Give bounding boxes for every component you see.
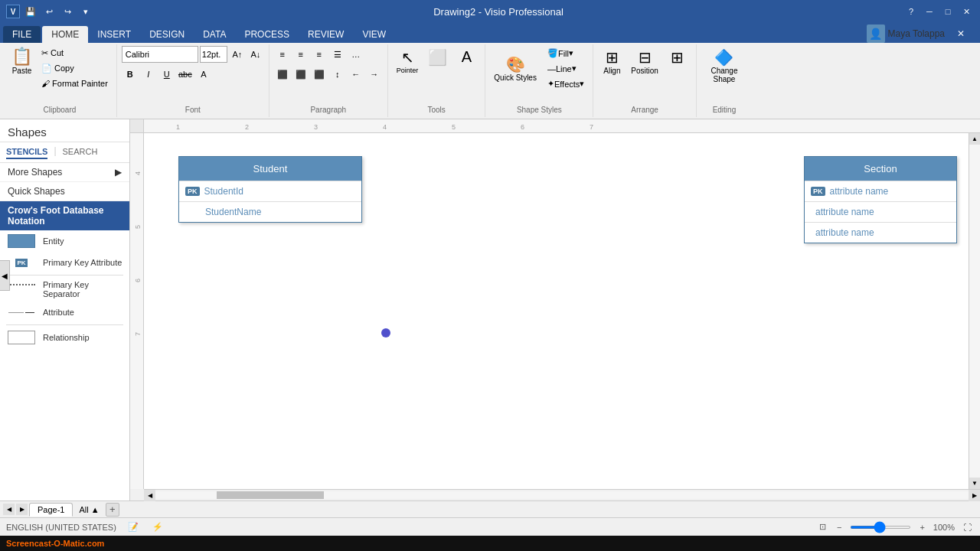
align-left-btn[interactable]: ⬛ bbox=[274, 66, 291, 83]
effects-btn[interactable]: ✦ Effects ▾ bbox=[544, 77, 588, 91]
text-direction-btn[interactable]: ↕ bbox=[329, 66, 346, 83]
account-close-btn[interactable]: ✕ bbox=[948, 25, 974, 42]
scroll-track-horizontal[interactable] bbox=[155, 491, 969, 499]
font-size-input[interactable] bbox=[200, 46, 227, 63]
minimize-btn[interactable]: ─ bbox=[922, 4, 937, 19]
zoom-slider[interactable] bbox=[850, 526, 911, 529]
stencils-tab[interactable]: STENCILS bbox=[6, 145, 47, 159]
more-shapes-item[interactable]: More Shapes ▶ bbox=[0, 163, 129, 182]
text-tool-btn[interactable]: A bbox=[452, 46, 480, 68]
arrange-more-btn[interactable]: ⊞ bbox=[664, 46, 691, 69]
zoom-out-btn[interactable]: − bbox=[835, 522, 844, 533]
student-entity[interactable]: Student PK StudentId StudentName bbox=[178, 156, 362, 223]
align-right-btn[interactable]: ⬛ bbox=[311, 66, 328, 83]
paste-button[interactable]: 📋 Paste bbox=[8, 46, 36, 77]
section-row-0[interactable]: PK attribute name bbox=[805, 181, 956, 201]
entity-preview-icon bbox=[6, 233, 37, 249]
undo-btn[interactable]: ↩ bbox=[41, 4, 57, 19]
ribbon-group-arrange: ⊞ Align ⊟ Position ⊞ Arrange bbox=[593, 44, 697, 117]
scroll-down-btn[interactable]: ▼ bbox=[969, 478, 981, 489]
grow-font-btn[interactable]: A↑ bbox=[229, 46, 246, 63]
font-name-input[interactable] bbox=[122, 46, 198, 63]
canvas[interactable]: Student PK StudentId StudentName Section bbox=[144, 133, 969, 489]
macro-btn[interactable]: ⚡ bbox=[150, 521, 165, 533]
scroll-right-btn[interactable]: ▶ bbox=[969, 490, 980, 501]
quick-shapes-item[interactable]: Quick Shapes bbox=[0, 182, 129, 201]
scroll-track-vertical[interactable] bbox=[969, 145, 981, 478]
tab-view[interactable]: VIEW bbox=[353, 26, 395, 43]
tab-data[interactable]: DATA bbox=[194, 26, 235, 43]
section-row-2[interactable]: attribute name bbox=[805, 222, 956, 243]
clipboard-label: Clipboard bbox=[8, 106, 112, 116]
tab-review[interactable]: REVIEW bbox=[299, 26, 353, 43]
scroll-left-btn[interactable]: ◀ bbox=[144, 490, 155, 501]
sidebar-collapse-btn[interactable]: ◀ bbox=[0, 260, 10, 291]
fill-btn[interactable]: 🪣 Fill ▾ bbox=[544, 46, 588, 60]
fit-page-btn[interactable]: ⊡ bbox=[817, 521, 828, 533]
page-scroll-right-btn[interactable]: ▶ bbox=[16, 504, 28, 515]
bullet-btn[interactable]: ☰ bbox=[329, 46, 346, 63]
align-btn[interactable]: ⊞ Align bbox=[598, 46, 626, 77]
quick-save-btn[interactable]: 💾 bbox=[23, 4, 38, 19]
shape-item-pk-sep[interactable]: Primary Key Separator bbox=[0, 277, 129, 302]
search-tab[interactable]: SEARCH bbox=[63, 145, 98, 159]
line-icon: — bbox=[547, 64, 556, 73]
bold-btn[interactable]: B bbox=[122, 66, 139, 83]
stencil-header[interactable]: Crow's Foot Database Notation bbox=[0, 201, 129, 230]
increase-indent-btn[interactable]: → bbox=[366, 66, 383, 83]
change-shape-label: Change Shape bbox=[705, 67, 743, 83]
paragraph-content: ≡ ≡ ≡ ☰ … ⬛ ⬛ ⬛ ↕ ← → bbox=[274, 46, 383, 106]
scroll-up-btn[interactable]: ▲ bbox=[969, 133, 981, 145]
page-1-tab[interactable]: Page-1 bbox=[29, 503, 73, 517]
help-btn[interactable]: ? bbox=[903, 4, 919, 19]
ribbon-group-shape-styles: 🎨 Quick Styles 🪣 Fill ▾ — Line ▾ ✦ Effec… bbox=[485, 44, 593, 117]
page-scroll-left-btn[interactable]: ◀ bbox=[3, 504, 15, 515]
scroll-thumb-horizontal[interactable] bbox=[217, 491, 324, 499]
quick-styles-btn[interactable]: 🎨 Quick Styles bbox=[490, 53, 541, 84]
strikethrough-btn[interactable]: abc bbox=[177, 66, 194, 83]
connector-tool-btn[interactable]: ⬜ bbox=[423, 46, 451, 69]
section-attr-1: attribute name bbox=[815, 207, 874, 217]
underline-btn[interactable]: U bbox=[158, 66, 175, 83]
line-btn[interactable]: — Line ▾ bbox=[544, 61, 588, 76]
maximize-btn[interactable]: □ bbox=[940, 4, 956, 19]
align-right-top-btn[interactable]: ≡ bbox=[311, 46, 328, 63]
customize-btn[interactable]: ▾ bbox=[78, 4, 93, 19]
format-painter-btn[interactable]: 🖌 Format Painter bbox=[38, 77, 112, 90]
shrink-font-btn[interactable]: A↓ bbox=[247, 46, 264, 63]
para-more-btn[interactable]: … bbox=[348, 46, 364, 63]
close-btn[interactable]: ✕ bbox=[959, 4, 974, 19]
shape-item-relationship[interactable]: Relationship bbox=[0, 327, 129, 348]
tab-insert[interactable]: INSERT bbox=[88, 26, 140, 43]
all-pages-btn[interactable]: All ▲ bbox=[74, 504, 103, 516]
italic-btn[interactable]: I bbox=[140, 66, 157, 83]
position-btn[interactable]: ⊟ Position bbox=[627, 46, 662, 77]
student-row-id[interactable]: PK StudentId bbox=[179, 181, 361, 201]
align-center-top-btn[interactable]: ≡ bbox=[292, 46, 309, 63]
add-page-btn[interactable]: + bbox=[106, 503, 119, 517]
shape-item-pk-attr[interactable]: PK Primary Key Attribute bbox=[0, 252, 129, 273]
redo-btn[interactable]: ↪ bbox=[60, 4, 75, 19]
titlebar: V 💾 ↩ ↪ ▾ Drawing2 - Visio Professional … bbox=[0, 0, 980, 23]
shape-item-entity[interactable]: Entity bbox=[0, 230, 129, 252]
align-left-top-btn[interactable]: ≡ bbox=[274, 46, 291, 63]
decrease-indent-btn[interactable]: ← bbox=[348, 66, 364, 83]
font-color-btn[interactable]: A bbox=[195, 66, 212, 83]
section-entity[interactable]: Section PK attribute name attribute name… bbox=[804, 156, 957, 243]
tab-process[interactable]: PROCESS bbox=[235, 26, 299, 43]
tab-design[interactable]: DESIGN bbox=[140, 26, 194, 43]
section-row-1[interactable]: attribute name bbox=[805, 201, 956, 222]
change-shape-btn[interactable]: 🔷 Change Shape bbox=[701, 46, 747, 86]
copy-btn[interactable]: 📄 Copy bbox=[38, 61, 112, 76]
pointer-tool-btn[interactable]: ↖ Pointer bbox=[393, 46, 423, 77]
cut-btn[interactable]: ✂ Cut bbox=[38, 46, 112, 60]
shape-item-attribute[interactable]: Attribute bbox=[0, 302, 129, 323]
tab-file[interactable]: FILE bbox=[3, 26, 41, 43]
align-center-btn[interactable]: ⬛ bbox=[292, 66, 309, 83]
tab-home[interactable]: HOME bbox=[42, 26, 88, 43]
ruler-mark-5: 5 bbox=[452, 123, 456, 131]
student-row-name[interactable]: StudentName bbox=[179, 201, 361, 222]
zoom-in-btn[interactable]: + bbox=[917, 522, 926, 533]
spellcheck-btn[interactable]: 📝 bbox=[126, 521, 141, 533]
fullscreen-btn[interactable]: ⛶ bbox=[961, 522, 974, 533]
